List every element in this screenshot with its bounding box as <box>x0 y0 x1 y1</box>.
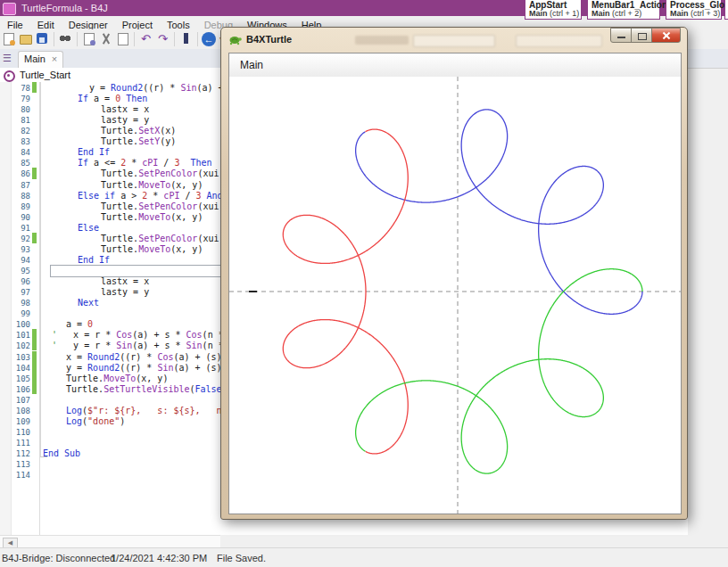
code-line-104[interactable]: y = Round2((r) * Sin(a) + (s) * <box>66 363 233 373</box>
code-line-105[interactable]: Turtle.MoveTo(x, y) <box>66 374 168 383</box>
line-number: 105 <box>0 374 30 383</box>
code-line-106[interactable]: Turtle.SetTurtleVisible(False) <box>66 384 228 394</box>
quick-jump-menubar1_action[interactable]: MenuBar1_ActionMain (ctrl + 2) <box>587 0 660 20</box>
bookmark-icon[interactable] <box>178 31 194 46</box>
breadcrumb-label: Turtle_Start <box>20 70 70 80</box>
code-line-93[interactable]: Turtle.MoveTo(x, y) <box>101 244 203 254</box>
quick-jump-process_globals[interactable]: Process_GlobalsMain (ctrl + 3) <box>666 0 722 20</box>
turtle-menu-main[interactable]: Main <box>240 59 263 71</box>
ide-window-title: TurtleFormula - B4J <box>21 3 108 13</box>
code-line-103[interactable]: x = Round2((r) * Cos(a) + (s) * <box>66 352 233 362</box>
quick-jump-target: Main (ctrl + 2) <box>592 10 656 18</box>
line-number: 94 <box>0 256 30 265</box>
line-number: 113 <box>0 460 30 469</box>
redo-icon[interactable]: ↷ <box>155 31 170 46</box>
turtle-window-titlebar[interactable]: B4XTurtle <box>221 28 687 53</box>
line-number: 79 <box>0 94 30 103</box>
sub-gear-icon <box>4 70 15 82</box>
code-line-85[interactable]: If a <= 2 * cPI / 3 Then <box>78 158 212 168</box>
code-line-96[interactable]: lastx = x <box>101 276 149 286</box>
line-number: 100 <box>0 320 30 329</box>
line-number: 87 <box>0 181 30 190</box>
glass-reflection <box>355 36 409 45</box>
code-line-112[interactable]: End Sub <box>43 448 80 458</box>
code-line-98[interactable]: Next <box>78 298 99 308</box>
tab-main-label: Main <box>24 53 46 64</box>
code-line-80[interactable]: lastx = x <box>101 104 149 114</box>
code-line-94[interactable]: End If <box>78 255 110 265</box>
line-number: 108 <box>0 407 30 415</box>
new-file-icon[interactable] <box>1 31 16 46</box>
code-line-92[interactable]: Turtle.SetPenColor(xui.C <box>101 234 230 243</box>
line-number: 82 <box>0 127 30 136</box>
tab-close-icon[interactable]: × <box>52 53 57 64</box>
code-line-97[interactable]: lasty = y <box>101 287 149 297</box>
code-line-100[interactable]: a = 0 <box>66 319 93 329</box>
line-number: 114 <box>0 471 30 480</box>
line-number: 104 <box>0 364 30 373</box>
line-number: 106 <box>0 385 30 394</box>
turtle-canvas[interactable] <box>229 77 681 514</box>
maximize-button[interactable] <box>631 28 652 43</box>
change-marker <box>32 362 37 373</box>
change-marker <box>32 329 37 340</box>
change-marker <box>32 82 37 93</box>
code-line-102[interactable]: ' y = r * Sin(a) + s * Sin(n * a) <box>52 341 240 350</box>
tab-main[interactable]: Main× <box>18 51 63 70</box>
status-bar: B4J-Bridge: Disconnected 1/24/2021 4:42:… <box>0 547 728 567</box>
line-number: 99 <box>0 309 30 318</box>
code-line-78[interactable]: y = Round2((r) * Sin(a) + (s <box>89 83 240 93</box>
turtle-curve-blue <box>356 110 642 314</box>
quick-jump-target: Main (ctrl + 1) <box>529 10 577 18</box>
line-number: 89 <box>0 202 30 211</box>
code-line-91[interactable]: Else <box>78 223 99 233</box>
open-project-icon[interactable] <box>18 31 33 46</box>
paste-icon[interactable] <box>115 31 130 46</box>
nav-back-icon[interactable]: ← <box>202 32 216 46</box>
close-button[interactable] <box>651 28 681 43</box>
code-line-84[interactable]: End If <box>78 147 110 157</box>
b4xturtle-window: B4XTurtle Main <box>220 27 688 520</box>
code-line-83[interactable]: Turtle.SetY(y) <box>101 136 176 146</box>
glass-reflection <box>413 35 495 47</box>
code-line-108[interactable]: Log($"r: ${r}, s: ${s}, n: $ <box>66 406 238 415</box>
code-line-89[interactable]: Turtle.SetPenColor(xui.C <box>101 201 230 211</box>
toolbar-separator <box>134 32 135 46</box>
line-number: 83 <box>0 137 30 146</box>
cut-icon[interactable] <box>98 31 113 46</box>
turtle-window-content: Main <box>228 53 682 514</box>
find-icon[interactable] <box>58 31 73 46</box>
line-number: 90 <box>0 213 30 222</box>
minimize-button[interactable] <box>610 28 632 43</box>
line-number: 110 <box>0 428 30 437</box>
copy-module-icon[interactable] <box>81 31 96 46</box>
code-line-79[interactable]: If a = 0 Then <box>78 94 147 103</box>
code-line-88[interactable]: Else if a > 2 * cPI / 3 And <box>78 191 223 201</box>
line-number: 107 <box>0 396 30 405</box>
line-number: 91 <box>0 224 30 233</box>
line-number: 84 <box>0 148 30 157</box>
line-number: 78 <box>0 84 30 93</box>
quick-jump-appstart[interactable]: AppStartMain (ctrl + 1) <box>525 0 582 20</box>
undo-icon[interactable]: ↶ <box>138 31 153 46</box>
caret-line-box <box>50 265 221 277</box>
tab-list-icon[interactable]: ☰ <box>3 53 15 64</box>
code-line-101[interactable]: ' x = r * Cos(a) + s * Cos(n * a) <box>52 330 240 340</box>
quick-jump-target: Main (ctrl + 3) <box>670 10 717 18</box>
code-line-86[interactable]: Turtle.SetPenColor(xui.C <box>101 168 230 178</box>
line-number: 80 <box>0 105 30 114</box>
code-line-90[interactable]: Turtle.MoveTo(x, y) <box>101 212 203 222</box>
toolbar-separator <box>54 32 54 46</box>
horizontal-scrollbar[interactable]: ◀ <box>0 535 220 548</box>
line-number: 98 <box>0 299 30 308</box>
quick-jump-t[interactable]: TM <box>724 0 728 20</box>
status-timestamp: 1/24/2021 4:42:30 PM <box>111 553 207 563</box>
code-line-82[interactable]: Turtle.SetX(x) <box>101 126 176 136</box>
code-line-81[interactable]: lasty = y <box>101 115 149 125</box>
code-line-87[interactable]: Turtle.MoveTo(x, y) <box>101 180 203 190</box>
code-line-109[interactable]: Log("done") <box>66 416 125 426</box>
line-number: 85 <box>0 159 30 168</box>
line-number: 111 <box>0 439 30 448</box>
save-icon[interactable] <box>35 31 50 46</box>
change-marker <box>32 168 37 178</box>
